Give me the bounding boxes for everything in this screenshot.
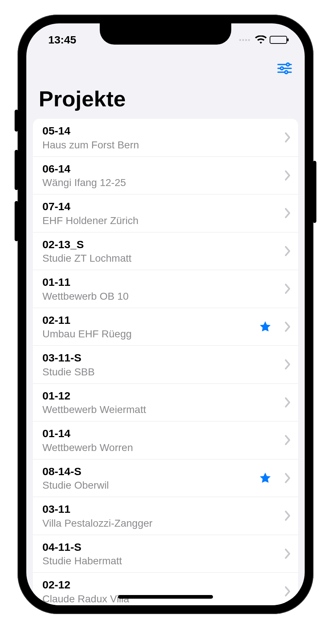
cellular-dots-icon [239, 39, 250, 41]
chevron-right-icon [284, 586, 291, 597]
chevron-right-icon [284, 132, 291, 143]
project-name: Villa Pestalozzi-Zangger [42, 517, 284, 530]
chevron-right-icon [284, 283, 291, 294]
status-indicators [239, 35, 287, 44]
project-row-text: 08-14-SStudie Oberwil [42, 465, 259, 492]
project-row[interactable]: 05-14Haus zum Forst Bern [33, 119, 298, 157]
project-row-text: 02-12Claude Radux Villa [42, 578, 284, 605]
wifi-icon [255, 35, 267, 44]
chevron-right-icon [284, 435, 291, 446]
nav-bar [26, 56, 305, 82]
chevron-right-icon [284, 246, 291, 257]
project-name: EHF Holdener Zürich [42, 214, 284, 227]
phone-frame: 13:45 [18, 15, 313, 614]
svg-point-5 [285, 71, 288, 74]
status-time: 13:45 [48, 34, 76, 46]
screen: 13:45 [26, 23, 305, 605]
project-name: Wettbewerb Weiermatt [42, 403, 284, 416]
chevron-right-icon [284, 510, 291, 521]
chevron-right-icon [284, 170, 291, 181]
phone-volume-up [15, 150, 18, 190]
project-row-text: 03-11Villa Pestalozzi-Zangger [42, 502, 284, 530]
star-icon [259, 471, 272, 485]
project-row[interactable]: 03-11-SStudie SBB [33, 346, 298, 384]
project-row-text: 06-14Wängi Ifang 12-25 [42, 162, 284, 189]
project-name: Haus zum Forst Bern [42, 139, 284, 151]
project-row[interactable]: 04-11-SStudie Habermatt [33, 535, 298, 573]
project-code: 03-11-S [42, 351, 284, 365]
project-row[interactable]: 08-14-SStudie Oberwil [33, 459, 298, 497]
project-row-text: 07-14EHF Holdener Zürich [42, 200, 284, 227]
project-row[interactable]: 02-13_SStudie ZT Lochmatt [33, 232, 298, 270]
star-icon [259, 320, 272, 333]
project-code: 02-13_S [42, 238, 284, 251]
project-code: 06-14 [42, 162, 284, 176]
project-name: Claude Radux Villa [42, 592, 284, 605]
project-row-text: 03-11-SStudie SBB [42, 351, 284, 378]
project-name: Studie Habermatt [42, 554, 284, 567]
project-name: Wettbewerb Worren [42, 441, 284, 454]
chevron-right-icon [284, 397, 291, 408]
svg-point-3 [286, 63, 289, 66]
chevron-right-icon [284, 359, 291, 370]
project-code: 02-11 [42, 313, 259, 327]
project-list[interactable]: 05-14Haus zum Forst Bern06-14Wängi Ifang… [33, 119, 298, 605]
project-name: Wängi Ifang 12-25 [42, 176, 284, 189]
project-code: 03-11 [42, 502, 284, 516]
project-code: 08-14-S [42, 465, 259, 478]
chevron-right-icon [284, 473, 291, 484]
project-row-text: 01-14Wettbewerb Worren [42, 427, 284, 454]
project-row-text: 02-13_SStudie ZT Lochmatt [42, 238, 284, 265]
phone-volume-down [15, 201, 18, 241]
project-code: 01-14 [42, 427, 284, 440]
project-row[interactable]: 02-11Umbau EHF Rüegg [33, 308, 298, 346]
project-row[interactable]: 01-12Wettbewerb Weiermatt [33, 384, 298, 422]
project-row[interactable]: 03-11Villa Pestalozzi-Zangger [33, 497, 298, 535]
project-row[interactable]: 07-14EHF Holdener Zürich [33, 194, 298, 232]
project-name: Studie Oberwil [42, 479, 259, 492]
project-row[interactable]: 06-14Wängi Ifang 12-25 [33, 157, 298, 195]
phone-notch [100, 23, 231, 45]
project-name: Studie SBB [42, 365, 284, 378]
project-name: Umbau EHF Rüegg [42, 327, 259, 340]
chevron-right-icon [284, 321, 291, 332]
phone-power-button [313, 161, 316, 223]
chevron-right-icon [284, 548, 291, 559]
project-code: 07-14 [42, 200, 284, 213]
project-row-text: 01-12Wettbewerb Weiermatt [42, 389, 284, 416]
project-code: 01-11 [42, 275, 284, 289]
phone-mute-switch [15, 110, 18, 132]
project-code: 02-12 [42, 578, 284, 592]
project-row-text: 04-11-SStudie Habermatt [42, 540, 284, 568]
project-row[interactable]: 01-14Wettbewerb Worren [33, 421, 298, 459]
project-row-text: 05-14Haus zum Forst Bern [42, 124, 284, 151]
project-code: 01-12 [42, 389, 284, 403]
project-name: Studie ZT Lochmatt [42, 252, 284, 265]
project-row[interactable]: 01-11Wettbewerb OB 10 [33, 270, 298, 308]
project-name: Wettbewerb OB 10 [42, 290, 284, 303]
home-indicator[interactable] [118, 595, 213, 599]
chevron-right-icon [284, 208, 291, 219]
page-title: Projekte [26, 82, 305, 119]
project-row-text: 02-11Umbau EHF Rüegg [42, 313, 259, 341]
project-code: 04-11-S [42, 540, 284, 554]
project-row[interactable]: 02-12Claude Radux Villa [33, 573, 298, 605]
battery-icon [270, 36, 287, 44]
filter-icon[interactable] [277, 62, 292, 76]
svg-point-4 [281, 67, 284, 70]
project-code: 05-14 [42, 124, 284, 138]
project-row-text: 01-11Wettbewerb OB 10 [42, 275, 284, 303]
